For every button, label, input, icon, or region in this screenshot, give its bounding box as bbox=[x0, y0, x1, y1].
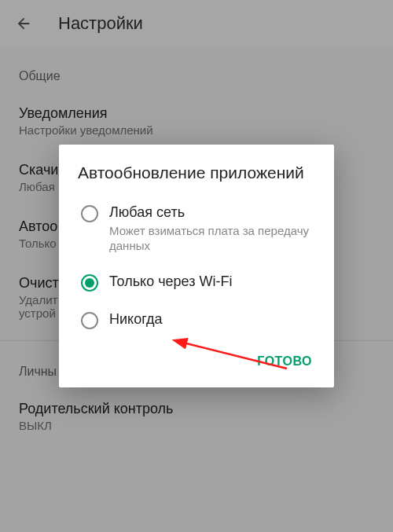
radio-selected-icon bbox=[81, 274, 98, 292]
dialog-actions: ГОТОВО bbox=[59, 339, 334, 387]
radio-unselected-icon bbox=[81, 205, 98, 222]
dialog-title: Автообновление приложений bbox=[59, 162, 334, 194]
option-sublabel: Может взиматься плата за передачу данных bbox=[109, 223, 318, 254]
radio-unselected-icon bbox=[81, 312, 98, 329]
option-never[interactable]: Никогда bbox=[59, 301, 334, 339]
option-label: Никогда bbox=[109, 310, 162, 328]
modal-overlay[interactable]: Автообновление приложений Любая сеть Мож… bbox=[0, 0, 393, 532]
done-button[interactable]: ГОТОВО bbox=[251, 350, 318, 373]
option-label: Любая сеть bbox=[109, 204, 318, 222]
option-wifi-only[interactable]: Только через Wi-Fi bbox=[59, 263, 334, 301]
option-label: Только через Wi-Fi bbox=[109, 273, 232, 291]
option-any-network[interactable]: Любая сеть Может взиматься плата за пере… bbox=[59, 194, 334, 263]
autoupdate-dialog: Автообновление приложений Любая сеть Мож… bbox=[59, 145, 334, 387]
